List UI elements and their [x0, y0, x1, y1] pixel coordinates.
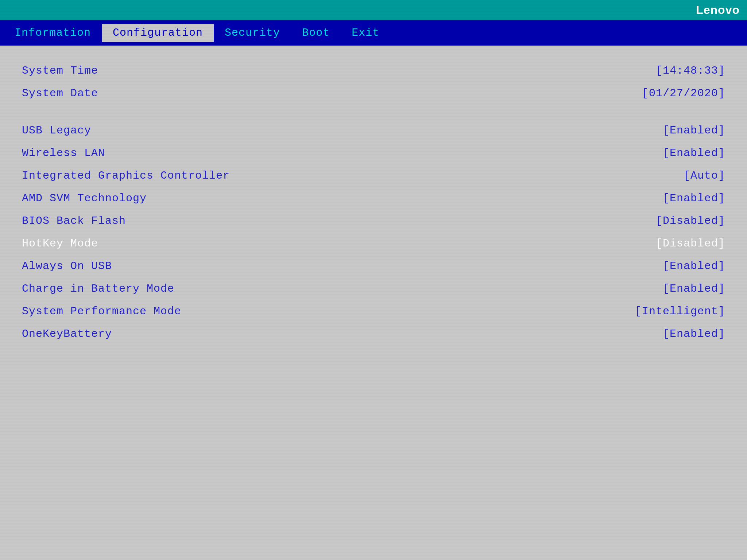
label-charge-battery: Charge in Battery Mode — [22, 283, 174, 295]
label-always-on-usb: Always On USB — [22, 260, 112, 272]
setting-row-usb-legacy[interactable]: USB Legacy [Enabled] — [22, 120, 725, 141]
label-system-date: System Date — [22, 87, 98, 100]
label-hotkey-mode: HotKey Mode — [22, 237, 98, 250]
nav-item-exit[interactable]: Exit — [341, 24, 390, 42]
setting-row-onekeybattery[interactable]: OneKeyBattery [Enabled] — [22, 323, 725, 345]
setting-row-charge-battery[interactable]: Charge in Battery Mode [Enabled] — [22, 278, 725, 299]
lenovo-logo: Lenovo — [696, 3, 740, 17]
nav-item-information[interactable]: Information — [4, 24, 102, 42]
value-wireless-lan: [Enabled] — [663, 147, 725, 159]
label-amd-svm: AMD SVM Technology — [22, 192, 147, 205]
setting-row-system-date[interactable]: System Date [01/27/2020] — [22, 83, 725, 104]
top-bar: Lenovo — [0, 0, 747, 20]
setting-row-hotkey-mode[interactable]: HotKey Mode [Disabled] — [22, 233, 725, 254]
label-integrated-graphics: Integrated Graphics Controller — [22, 170, 230, 182]
value-system-date: [01/27/2020] — [642, 87, 725, 100]
nav-item-boot[interactable]: Boot — [291, 24, 341, 42]
value-usb-legacy: [Enabled] — [663, 124, 725, 137]
setting-row-bios-back-flash[interactable]: BIOS Back Flash [Disabled] — [22, 210, 725, 232]
value-charge-battery: [Enabled] — [663, 283, 725, 295]
label-performance-mode: System Performance Mode — [22, 305, 181, 318]
label-usb-legacy: USB Legacy — [22, 124, 91, 137]
label-onekeybattery: OneKeyBattery — [22, 328, 112, 340]
nav-item-configuration[interactable]: Configuration — [102, 24, 214, 42]
setting-row-system-time[interactable]: System Time [14:48:33] — [22, 60, 725, 81]
label-wireless-lan: Wireless LAN — [22, 147, 105, 159]
setting-row-performance-mode[interactable]: System Performance Mode [Intelligent] — [22, 301, 725, 322]
settings-table: System Time [14:48:33] System Date [01/2… — [22, 60, 725, 345]
spacer-1 — [22, 105, 725, 120]
bios-screen: Lenovo Information Configuration Securit… — [0, 0, 747, 560]
value-hotkey-mode: [Disabled] — [656, 237, 725, 250]
value-system-time: [14:48:33] — [656, 65, 725, 77]
label-system-time: System Time — [22, 65, 98, 77]
main-content: System Time [14:48:33] System Date [01/2… — [0, 46, 747, 361]
value-onekeybattery: [Enabled] — [663, 328, 725, 340]
setting-row-always-on-usb[interactable]: Always On USB [Enabled] — [22, 256, 725, 277]
value-performance-mode: [Intelligent] — [635, 305, 725, 318]
value-bios-back-flash: [Disabled] — [656, 215, 725, 227]
setting-row-wireless-lan[interactable]: Wireless LAN [Enabled] — [22, 143, 725, 164]
value-always-on-usb: [Enabled] — [663, 260, 725, 272]
value-amd-svm: [Enabled] — [663, 192, 725, 205]
nav-item-security[interactable]: Security — [214, 24, 291, 42]
value-integrated-graphics: [Auto] — [684, 170, 725, 182]
label-bios-back-flash: BIOS Back Flash — [22, 215, 126, 227]
setting-row-amd-svm[interactable]: AMD SVM Technology [Enabled] — [22, 188, 725, 209]
nav-bar: Information Configuration Security Boot … — [0, 20, 747, 46]
setting-row-integrated-graphics[interactable]: Integrated Graphics Controller [Auto] — [22, 165, 725, 186]
